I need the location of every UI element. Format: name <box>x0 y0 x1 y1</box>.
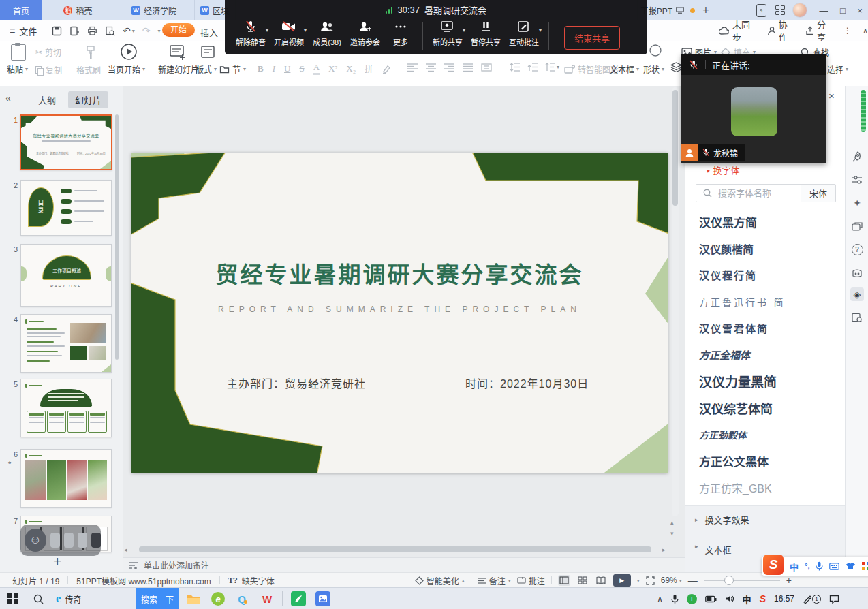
slide-host-text[interactable]: 主办部门：贸易经济竞研社 <box>227 375 366 391</box>
close-panel-button[interactable]: × <box>828 90 835 102</box>
share-caret[interactable]: ▾ <box>463 27 465 33</box>
font-item[interactable]: 方正公文黑体 <box>688 448 842 474</box>
members-button[interactable]: 成员(38) <box>308 18 346 47</box>
file-menu[interactable]: ≡文件 <box>10 20 37 41</box>
tray-green-icon[interactable]: + <box>687 594 697 604</box>
more-button[interactable]: 更多 <box>384 18 417 47</box>
start-button[interactable] <box>0 588 26 609</box>
slideshow-play-button[interactable]: ▶ <box>613 574 631 587</box>
font-item[interactable]: 汉仪力量黑简 <box>688 368 842 394</box>
line-height-icon[interactable] <box>545 63 555 72</box>
blue-app-task[interactable] <box>311 588 335 609</box>
sogou-input-bar[interactable]: S 中 °, <box>762 557 868 576</box>
export-icon[interactable] <box>69 26 80 36</box>
section-button[interactable]: 节▾ <box>219 63 246 75</box>
meeting-video-overlay[interactable]: 正在讲话: 龙秋锦 <box>681 54 826 163</box>
font-search-box[interactable]: 宋体 <box>696 184 836 202</box>
play-options-caret[interactable]: ▾ <box>637 578 640 584</box>
textbox-button[interactable]: 文本框▾ <box>610 63 639 75</box>
tray-expand-icon[interactable]: ∧ <box>657 595 663 604</box>
redo-icon[interactable]: ↷ <box>142 25 151 36</box>
font-search-input[interactable] <box>717 187 801 199</box>
save-icon[interactable] <box>52 26 62 36</box>
highlighter-button[interactable] <box>382 64 392 74</box>
arrange-icon[interactable] <box>670 62 682 72</box>
slide-title[interactable]: 贸经专业暑期调研大赛分享交流会 <box>131 257 668 290</box>
shape-button[interactable]: 形状▾ <box>643 63 664 75</box>
smiley-icon[interactable]: ☺ <box>25 529 46 552</box>
play-current-icon[interactable] <box>120 43 138 61</box>
slide-subtitle[interactable]: REPORT AND SUMMARIZE THE PROJECT PLAN <box>131 304 668 314</box>
current-font-button[interactable]: 宋体 <box>801 185 835 202</box>
settings-icon[interactable] <box>850 173 864 187</box>
tray-lang-indicator[interactable]: 中 <box>743 593 751 606</box>
shape-gallery-circle[interactable] <box>649 44 662 57</box>
ime-punct-icon[interactable]: °, <box>805 562 809 570</box>
effects-icon[interactable]: ✦ <box>850 196 864 210</box>
close-button[interactable]: × <box>852 0 868 20</box>
zoom-out-button[interactable]: — <box>688 575 698 586</box>
premium-icon[interactable]: ◈ <box>850 287 864 301</box>
ime-skin-icon[interactable] <box>846 562 856 570</box>
scroll-up-arrow[interactable]: ▴ <box>670 519 674 526</box>
justify-icon[interactable] <box>463 63 473 72</box>
ime-toolbox-icon[interactable] <box>862 562 868 570</box>
floating-reaction-widget[interactable]: ☺ <box>20 525 101 556</box>
new-slide-icon[interactable] <box>169 43 187 61</box>
align-left-icon[interactable] <box>407 63 418 72</box>
font-item[interactable]: 汉仪黑方简 <box>688 208 842 235</box>
reading-view-button[interactable] <box>595 575 607 586</box>
tab-slides[interactable]: 幻灯片 <box>68 91 108 108</box>
slide-thumbnail-2[interactable]: 目录 <box>20 180 112 236</box>
invite-button[interactable]: 邀请参会 <box>346 18 384 47</box>
ribbon-tab-start[interactable]: 开始 <box>162 23 195 35</box>
taskbar-search-icon[interactable] <box>27 588 49 609</box>
tray-sogou-icon[interactable]: S <box>760 593 766 604</box>
tray-mic-icon[interactable] <box>671 594 679 604</box>
para-spacing-icon[interactable] <box>527 63 538 72</box>
underline-button[interactable]: U <box>284 63 290 74</box>
green-app-task[interactable] <box>286 588 311 609</box>
rail-scrollbar[interactable] <box>861 90 866 132</box>
font-item[interactable]: 方正劲毅体 <box>688 421 842 448</box>
tray-battery-icon[interactable] <box>705 595 717 603</box>
layout-icon[interactable] <box>200 45 215 60</box>
qq-task[interactable]: Q <box>230 588 255 609</box>
fit-window-button[interactable] <box>646 576 655 585</box>
sync-status[interactable]: 未同步 <box>719 18 756 44</box>
tab-doc1[interactable]: W经济学院 <box>114 0 195 20</box>
ie-task[interactable]: e 传奇 <box>52 588 117 609</box>
comment-toggle[interactable]: 批注 <box>517 575 545 587</box>
tray-clock[interactable]: 16:57 <box>774 594 794 604</box>
tray-notification-icon[interactable] <box>829 595 839 604</box>
collapse-ribbon-icon[interactable]: ∧ <box>863 27 868 35</box>
distribute-icon[interactable] <box>481 63 492 72</box>
notes-bar[interactable]: 单击此处添加备注 <box>123 557 685 572</box>
slide-thumbnail-4[interactable] <box>20 314 112 373</box>
line-spacing-icon[interactable] <box>510 63 520 72</box>
align-right-icon[interactable] <box>444 63 454 72</box>
cut-button[interactable]: ✂剪切 <box>35 46 61 58</box>
unmute-button[interactable]: 解除静音 <box>232 18 270 47</box>
zoom-slider-handle[interactable] <box>724 576 734 585</box>
zoom-level[interactable]: 69%▾ <box>661 576 682 585</box>
tray-volume-icon[interactable] <box>725 595 734 603</box>
more-menu-icon[interactable]: ⋮ <box>843 26 852 35</box>
skin-icon[interactable] <box>850 266 864 279</box>
end-share-button[interactable]: 结束共享 <box>564 26 620 50</box>
collapse-panel-button[interactable]: « <box>5 93 11 104</box>
h-scrollbar-thumb[interactable] <box>139 546 651 552</box>
undo-icon[interactable]: ↶ <box>123 25 131 36</box>
ime-lang-icon[interactable]: 中 <box>790 560 799 573</box>
slide-thumbnail-3[interactable]: 工作项目概述 PART ONE <box>20 244 112 307</box>
switch-window-icon[interactable] <box>850 219 864 233</box>
select-button[interactable]: 选择▾ <box>827 63 848 75</box>
paste-icon[interactable] <box>11 44 26 61</box>
quick-tools-icon[interactable] <box>850 150 864 163</box>
normal-view-button[interactable] <box>558 575 570 586</box>
tab-outline[interactable]: 大纲 <box>31 91 63 108</box>
v-scrollbar-thumb[interactable] <box>672 90 678 206</box>
notes-toggle[interactable]: 备注▾ <box>478 575 511 587</box>
widget-slot[interactable] <box>78 533 87 548</box>
quickbar-caret[interactable]: ▾ <box>157 28 160 34</box>
